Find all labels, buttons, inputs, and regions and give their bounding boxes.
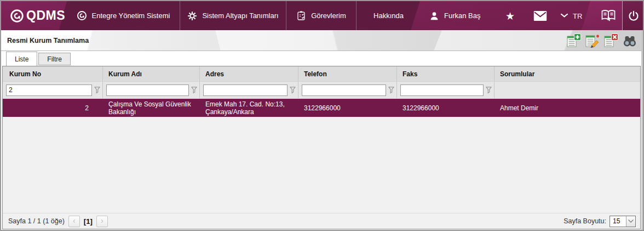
eys-circle-icon <box>77 10 87 21</box>
nav-item-entegre-yonetim-sistemi[interactable]: Entegre Yönetim Sistemi <box>67 1 180 30</box>
title-bar: Resmi Kurum Tanımlama <box>1 30 641 51</box>
filter-funnel-icon[interactable] <box>486 86 492 94</box>
filter-input-kurum-no[interactable] <box>6 84 92 96</box>
pagination-bar: Sayfa 1 / 1 (1 öğe) ‹ [1] › Sayfa Boyutu… <box>3 213 640 229</box>
prev-page-button[interactable]: ‹ <box>68 216 80 227</box>
filter-input-adres[interactable] <box>203 84 288 96</box>
language-code: TR <box>573 12 582 20</box>
filter-input-telefon[interactable] <box>302 84 386 96</box>
grid-filter-row <box>3 81 640 98</box>
cell-kurum-adi: Çalışma Ve Sosyal Güvenlik Bakanlığı <box>103 99 200 117</box>
nav-item-gorevlerim[interactable]: Görevlerim <box>286 1 356 30</box>
nav-item-label: Entegre Yönetim Sistemi <box>92 12 170 20</box>
main-content: Resmi Kurum Tanımlama <box>1 30 643 230</box>
column-header-kurum-adi[interactable]: Kurum Adı <box>103 66 200 81</box>
column-header-sorumlular[interactable]: Sorumlular <box>495 66 640 81</box>
gear-icon <box>187 11 197 21</box>
filter-funnel-icon[interactable] <box>191 86 197 94</box>
cell-telefon: 3122966000 <box>298 99 397 117</box>
filter-input-faks[interactable] <box>400 84 484 96</box>
favorites-star-icon[interactable]: ★ <box>505 10 515 21</box>
cell-adres: Emek Mah 17. Cad. No:13, Çankaya/Ankara <box>200 99 298 117</box>
delete-record-icon[interactable] <box>604 33 618 48</box>
select-chevron-icon <box>626 216 635 227</box>
current-page-number[interactable]: [1] <box>84 217 93 226</box>
grid-header-row: Kurum No Kurum Adı Adres Telefon Faks So… <box>3 66 640 81</box>
next-page-button[interactable]: › <box>96 216 108 227</box>
logout-power-icon[interactable] <box>628 10 640 22</box>
column-header-adres[interactable]: Adres <box>200 66 298 81</box>
table-row-selected[interactable]: 2 Çalışma Ve Sosyal Güvenlik Bakanlığı E… <box>3 98 640 117</box>
grid-empty-area <box>3 117 640 213</box>
filter-input-kurum-adi[interactable] <box>106 84 189 96</box>
column-header-telefon[interactable]: Telefon <box>298 66 397 81</box>
add-record-icon[interactable] <box>567 33 581 48</box>
tab-strip: Liste Filtre <box>1 51 641 66</box>
nav-item-label: Sistem Altyapı Tanımları <box>202 12 278 20</box>
column-header-kurum-no[interactable]: Kurum No <box>3 66 103 81</box>
page-size-label: Sayfa Boyutu: <box>564 217 606 225</box>
cell-faks: 3122966000 <box>397 99 495 117</box>
qdms-logo-text: QDMS <box>26 8 65 23</box>
filter-funnel-icon[interactable] <box>94 86 100 94</box>
search-binoculars-icon[interactable] <box>623 33 637 48</box>
user-name: Furkan Baş <box>444 12 480 20</box>
filter-funnel-icon[interactable] <box>388 86 394 94</box>
nav-item-sistem-altyapi-tanimlari[interactable]: Sistem Altyapı Tanımları <box>180 1 286 30</box>
app-window: QDMS Entegre Yönetim Sistemi Sistem Alty… <box>0 0 644 231</box>
cell-sorumlular: Ahmet Demir <box>495 99 640 117</box>
language-selector[interactable]: TR <box>561 12 582 20</box>
nav-item-label: Görevlerim <box>311 12 346 20</box>
user-manual-book-icon[interactable] <box>600 9 617 23</box>
nav-item-hakkinda[interactable]: Hakkında <box>356 1 421 30</box>
top-nav-bar: QDMS Entegre Yönetim Sistemi Sistem Alty… <box>1 1 643 30</box>
cell-kurum-no: 2 <box>3 99 103 117</box>
page-size-select[interactable]: 15 <box>610 216 636 227</box>
page-title: Resmi Kurum Tanımlama <box>7 37 89 44</box>
tab-liste[interactable]: Liste <box>6 52 37 66</box>
column-header-faks[interactable]: Faks <box>397 66 495 81</box>
nav-item-label: Hakkında <box>373 12 404 20</box>
tab-filtre[interactable]: Filtre <box>38 53 71 65</box>
page-summary: Sayfa 1 / 1 (1 öğe) <box>8 217 65 225</box>
user-icon <box>429 11 439 21</box>
qdms-logo-icon <box>10 9 24 23</box>
page-size-value: 15 <box>610 216 626 227</box>
edit-record-icon[interactable] <box>585 33 600 48</box>
mail-icon[interactable] <box>533 11 547 21</box>
data-grid: Kurum No Kurum Adı Adres Telefon Faks So… <box>2 66 641 229</box>
filter-funnel-icon[interactable] <box>290 86 296 94</box>
qdms-logo[interactable]: QDMS <box>1 1 67 30</box>
user-menu[interactable]: Furkan Baş <box>429 11 480 21</box>
tasks-clipboard-icon <box>296 10 306 21</box>
chevron-down-icon <box>561 14 568 18</box>
